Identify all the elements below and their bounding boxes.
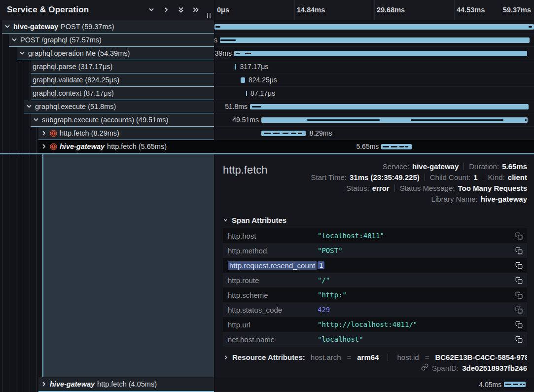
attribute-row[interactable]: http.status_code429 bbox=[223, 302, 527, 317]
copy-icon bbox=[515, 291, 523, 299]
chevron-right-icon[interactable] bbox=[223, 355, 229, 360]
trace-viewer-app: Service & Operation 0μs14.84ms29.68ms44.… bbox=[0, 0, 534, 392]
timeline-bar[interactable] bbox=[234, 51, 527, 56]
bar-duration-label: 51.8ms bbox=[225, 103, 248, 110]
trace-row[interactable]: POST /graphql (57.57ms)57.57ms bbox=[0, 34, 534, 47]
copy-button[interactable] bbox=[510, 277, 527, 284]
copy-button[interactable] bbox=[510, 321, 527, 328]
copy-button[interactable] bbox=[510, 306, 527, 314]
attribute-row[interactable]: http.request.resend_count1 bbox=[223, 258, 527, 273]
attribute-row[interactable]: http.host"localhost:4011" bbox=[223, 228, 527, 243]
chevron-down-icon[interactable] bbox=[19, 50, 26, 57]
chevrons-right-icon[interactable] bbox=[192, 6, 199, 13]
timeline-bar[interactable] bbox=[381, 144, 412, 149]
copy-button[interactable] bbox=[510, 262, 527, 269]
attribute-row[interactable]: http.url"http://localhost:4011/" bbox=[223, 317, 527, 332]
copy-button[interactable] bbox=[510, 336, 527, 343]
timeline-row[interactable]: 317.17μs bbox=[214, 60, 534, 73]
trace-row[interactable]: subgraph.execute (accounts) (49.51ms)49.… bbox=[0, 113, 534, 127]
chevron-down-icon[interactable] bbox=[4, 23, 11, 30]
chevron-right-icon[interactable] bbox=[40, 130, 47, 137]
link-icon[interactable] bbox=[421, 363, 428, 372]
chevron-right-icon[interactable] bbox=[163, 6, 170, 13]
attr-key: http.method bbox=[223, 247, 318, 255]
span-attributes-section-header[interactable]: Span Attributes bbox=[223, 216, 527, 224]
chevrons-down-icon[interactable] bbox=[178, 6, 184, 13]
timeline-bar[interactable] bbox=[235, 64, 236, 70]
divider bbox=[425, 174, 425, 181]
child-span-marker bbox=[525, 119, 527, 121]
timeline-bar[interactable] bbox=[261, 117, 528, 123]
span-tree-entry[interactable]: POST /graphql (57.57ms) bbox=[9, 34, 214, 47]
timeline-row[interactable]: 54.39ms bbox=[214, 47, 534, 60]
span-tree-entry[interactable]: hive-gatewayhttp.fetch (4.05ms) bbox=[38, 377, 214, 392]
chevron-down-icon[interactable] bbox=[26, 103, 33, 110]
timeline-bar[interactable] bbox=[261, 131, 306, 136]
chevron-down-icon[interactable] bbox=[33, 116, 39, 123]
axis-tick-label: 59.37ms bbox=[503, 6, 531, 14]
panel-resize-handle[interactable] bbox=[207, 13, 211, 18]
attr-value: "localhost" bbox=[318, 335, 510, 343]
timeline-row[interactable]: 4.05ms bbox=[214, 377, 534, 392]
timeline-row[interactable]: 87.17μs bbox=[214, 87, 534, 100]
span-tree-entry[interactable]: graphql.context (87.17μs) bbox=[31, 87, 214, 100]
axis-tick-label: 44.53ms bbox=[457, 6, 485, 14]
trace-row[interactable]: hive-gatewayhttp.fetch (5.65ms)5.65ms bbox=[0, 140, 534, 153]
span-tree-entry[interactable]: hive-gatewayPOST (59.37ms) bbox=[2, 20, 214, 34]
span-tree-entry[interactable]: graphql.parse (317.17μs) bbox=[31, 60, 214, 73]
trace-row[interactable]: graphql.execute (51.8ms)51.8ms bbox=[0, 100, 534, 113]
timeline-row[interactable]: 59.37ms bbox=[214, 20, 534, 34]
chevron-down-icon[interactable] bbox=[148, 6, 155, 13]
span-tree-entry[interactable]: graphql.validate (824.25μs) bbox=[31, 73, 214, 87]
meta-value: Too Many Requests bbox=[458, 184, 527, 192]
timeline-bar[interactable] bbox=[214, 24, 534, 30]
resource-attributes-row[interactable]: Resource Attributes:host.arch=arm64host.… bbox=[223, 353, 527, 361]
copy-button[interactable] bbox=[510, 232, 527, 240]
chevron-right-icon[interactable] bbox=[40, 143, 47, 150]
attr-value: "localhost:4011" bbox=[318, 232, 510, 240]
attribute-row[interactable]: net.host.name"localhost" bbox=[223, 332, 527, 347]
indent-guides bbox=[0, 377, 38, 392]
child-span-marker bbox=[215, 26, 220, 28]
timeline-row[interactable]: 49.51ms bbox=[214, 113, 534, 127]
child-span-marker bbox=[383, 146, 389, 147]
span-tree-entry[interactable]: http.fetch (8.29ms) bbox=[38, 127, 214, 140]
attribute-row[interactable]: http.route"/" bbox=[223, 273, 527, 287]
timeline-row[interactable]: 5.65ms bbox=[214, 140, 534, 153]
span-tree-entry[interactable]: graphql.execute (51.8ms) bbox=[24, 100, 214, 113]
trace-row[interactable]: graphql.operation Me (54.39ms)54.39ms bbox=[0, 47, 534, 60]
timeline-bar[interactable] bbox=[504, 382, 526, 387]
trace-row[interactable]: hive-gatewayPOST (59.37ms)59.37ms bbox=[0, 20, 534, 34]
timeline-bar[interactable] bbox=[246, 91, 247, 96]
span-tree-entry[interactable]: hive-gatewayhttp.fetch (5.65ms) bbox=[38, 140, 214, 153]
trace-row[interactable]: http.fetch (8.29ms)8.29ms bbox=[0, 127, 534, 140]
copy-button[interactable] bbox=[510, 291, 527, 299]
span-tree-entry[interactable]: subgraph.execute (accounts) (49.51ms) bbox=[31, 113, 214, 127]
attr-key: http.url bbox=[223, 321, 318, 329]
indent-guides bbox=[0, 34, 9, 47]
timeline-row[interactable]: 51.8ms bbox=[214, 100, 534, 113]
timeline-bar[interactable] bbox=[241, 77, 245, 83]
timeline-row[interactable]: 824.25μs bbox=[214, 73, 534, 87]
expanded-section: http.fetch Service:hive-gatewayDuration:… bbox=[0, 153, 534, 377]
timeline-row[interactable]: 57.57ms bbox=[214, 34, 534, 47]
equals-sign: = bbox=[347, 353, 352, 361]
indent-guides bbox=[0, 87, 31, 100]
span-id-value: 3de02518937fb246 bbox=[462, 364, 527, 372]
trace-row[interactable]: graphql.validate (824.25μs)824.25μs bbox=[0, 73, 534, 87]
trace-row[interactable]: graphql.parse (317.17μs)317.17μs bbox=[0, 60, 534, 73]
timeline-row[interactable]: 8.29ms bbox=[214, 127, 534, 140]
timeline-bar[interactable] bbox=[220, 37, 530, 43]
timeline-bar[interactable] bbox=[250, 104, 529, 109]
span-tree-entry[interactable]: graphql.operation Me (54.39ms) bbox=[17, 47, 214, 60]
trace-row[interactable]: hive-gatewayhttp.fetch (4.05ms)4.05ms bbox=[0, 377, 534, 392]
attribute-row[interactable]: http.scheme"http:" bbox=[223, 287, 527, 302]
meta-value: hive-gateway bbox=[481, 195, 527, 203]
trace-row[interactable]: graphql.context (87.17μs)87.17μs bbox=[0, 87, 534, 100]
chevron-right-icon[interactable] bbox=[40, 381, 47, 388]
chevron-down-icon[interactable] bbox=[11, 36, 18, 43]
child-span-marker bbox=[252, 106, 261, 107]
copy-button[interactable] bbox=[510, 247, 527, 254]
attribute-row[interactable]: http.method"POST" bbox=[223, 243, 527, 258]
resource-attributes-heading: Resource Attributes: bbox=[232, 353, 305, 361]
